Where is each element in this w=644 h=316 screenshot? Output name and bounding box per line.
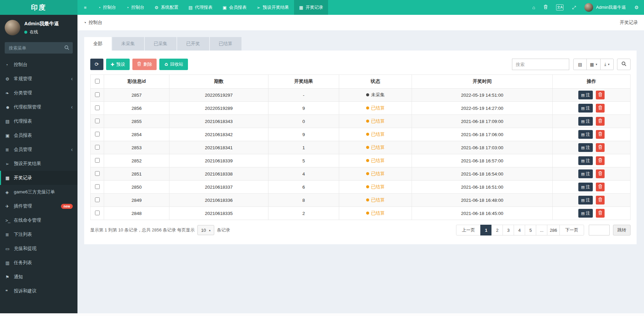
page-286-button[interactable]: 286 bbox=[547, 225, 560, 235]
note-button[interactable]: ▤注 bbox=[578, 117, 593, 126]
tab-2[interactable]: 已采集 bbox=[145, 37, 177, 51]
delete-button[interactable]: 删除 bbox=[132, 59, 157, 70]
delete-row-button[interactable] bbox=[596, 130, 605, 139]
search-button[interactable] bbox=[617, 59, 631, 70]
sidebar-toggle-button[interactable]: ≡ bbox=[77, 0, 93, 15]
sidebar-item-5[interactable]: ▣ 会员报表 ‹ bbox=[0, 128, 77, 143]
delete-row-button[interactable] bbox=[596, 169, 605, 178]
column-header[interactable]: 状态 bbox=[339, 75, 412, 89]
select-all-checkbox[interactable] bbox=[95, 79, 100, 84]
sidebar-item-10[interactable]: ✈ 插件管理 new ‹ bbox=[0, 199, 77, 213]
tab-4[interactable]: 已结算 bbox=[210, 37, 242, 51]
column-header[interactable]: 开奖结果 bbox=[268, 75, 339, 89]
page-5-button[interactable]: 5 bbox=[525, 225, 536, 235]
delete-row-button[interactable] bbox=[596, 183, 605, 191]
note-button[interactable]: ▤注 bbox=[578, 183, 593, 191]
sidebar-search-input[interactable] bbox=[5, 42, 73, 54]
app-logo[interactable]: 印度 bbox=[0, 0, 77, 15]
tab-0[interactable]: 全部 bbox=[84, 37, 111, 51]
column-header[interactable]: 彩信息id bbox=[104, 75, 169, 89]
note-button[interactable]: ▤注 bbox=[578, 169, 593, 178]
row-checkbox[interactable] bbox=[95, 211, 100, 215]
delete-row-button[interactable] bbox=[596, 104, 605, 113]
row-checkbox[interactable] bbox=[95, 197, 100, 202]
next-page-button[interactable]: 下一页 bbox=[559, 225, 584, 235]
settings-button[interactable]: ⚙ bbox=[634, 5, 639, 10]
sidebar-item-2[interactable]: ❧ 分类管理 ‹ bbox=[0, 86, 77, 100]
home-button[interactable]: ⌂ bbox=[532, 5, 535, 10]
row-checkbox[interactable] bbox=[95, 145, 100, 150]
refresh-button[interactable]: ⟳ bbox=[90, 59, 103, 70]
user-menu[interactable]: Admin我最牛逼 bbox=[584, 3, 626, 12]
row-checkbox[interactable] bbox=[95, 184, 100, 189]
row-checkbox[interactable] bbox=[95, 105, 100, 110]
tab-3[interactable]: 已开奖 bbox=[177, 37, 209, 51]
trash-button[interactable] bbox=[544, 5, 548, 10]
delete-row-button[interactable] bbox=[596, 91, 605, 99]
row-checkbox[interactable] bbox=[95, 92, 100, 97]
table-search-input[interactable] bbox=[512, 59, 569, 70]
cell-result: 2 bbox=[268, 207, 339, 220]
sidebar-item-13[interactable]: ▭ 充值和提现 ‹ bbox=[0, 242, 77, 256]
topnav-item-4[interactable]: ▣会员报表 bbox=[218, 0, 252, 15]
tab-1[interactable]: 未采集 bbox=[112, 37, 144, 51]
delete-row-button[interactable] bbox=[596, 117, 605, 126]
row-checkbox[interactable] bbox=[95, 158, 100, 163]
sidebar-item-7[interactable]: ➢ 预设开奖结果 ‹ bbox=[0, 157, 77, 171]
topnav-item-1[interactable]: ◔控制台 bbox=[121, 0, 150, 15]
sidebar-item-9[interactable]: ◈ game6三方充值订单 ‹ bbox=[0, 185, 77, 199]
note-button[interactable]: ▤注 bbox=[578, 104, 593, 113]
export-button[interactable]: ⤓▾ bbox=[600, 59, 614, 70]
column-header[interactable]: 期数 bbox=[169, 75, 268, 89]
sidebar-item-14[interactable]: ▥ 任务列表 ‹ bbox=[0, 256, 77, 270]
sidebar-item-3[interactable]: ☻ 代理权限管理 ‹ bbox=[0, 100, 77, 114]
topnav-item-2[interactable]: ⚙系统配置 bbox=[150, 0, 184, 15]
prev-page-button[interactable]: 上一页 bbox=[456, 225, 481, 235]
delete-row-button[interactable] bbox=[596, 156, 605, 165]
topnav-item-6[interactable]: ▦开奖记录 bbox=[294, 0, 328, 15]
topnav-item-0[interactable]: ◔控制台 bbox=[93, 0, 121, 15]
delete-row-button[interactable] bbox=[596, 196, 605, 204]
sidebar-item-0[interactable]: ◔ 控制台 ‹ bbox=[0, 58, 77, 72]
sidebar-item-4[interactable]: ▤ 代理报表 ‹ bbox=[0, 114, 77, 128]
recycle-bin-button[interactable]: ♻回收站 bbox=[159, 59, 188, 70]
preset-button[interactable]: ✚预设 bbox=[106, 59, 130, 70]
note-button[interactable]: ▤注 bbox=[578, 91, 593, 99]
page-2-button[interactable]: 2 bbox=[491, 225, 503, 235]
sidebar-item-15[interactable]: ⚑ 通知 ‹ bbox=[0, 270, 77, 284]
topnav-item-5[interactable]: ➢预设开奖结果 bbox=[252, 0, 294, 15]
jump-page-input[interactable] bbox=[589, 225, 610, 235]
fullscreen-button[interactable]: ⤢ bbox=[572, 5, 576, 10]
page-3-button[interactable]: 3 bbox=[503, 225, 514, 235]
row-checkbox[interactable] bbox=[95, 119, 100, 123]
delete-row-button[interactable] bbox=[596, 143, 605, 152]
column-header[interactable]: 操作 bbox=[553, 75, 631, 89]
jump-button[interactable]: 跳转 bbox=[613, 225, 631, 235]
row-checkbox[interactable] bbox=[95, 171, 100, 176]
cell-issue: 20210618337 bbox=[169, 181, 268, 194]
language-button[interactable]: 文A bbox=[556, 4, 564, 10]
page-1-button[interactable]: 1 bbox=[480, 225, 492, 235]
delete-row-button[interactable] bbox=[596, 209, 605, 218]
search-icon[interactable] bbox=[64, 45, 69, 52]
column-header[interactable]: 开奖时间 bbox=[412, 75, 553, 89]
columns-button[interactable]: ▦▾ bbox=[586, 59, 601, 70]
row-checkbox[interactable] bbox=[95, 132, 100, 136]
note-button[interactable]: ▤注 bbox=[578, 196, 593, 204]
cell-status: 已结算 bbox=[339, 128, 412, 141]
note-button[interactable]: ▤注 bbox=[578, 143, 593, 152]
note-button[interactable]: ▤注 bbox=[578, 130, 593, 139]
detail-view-button[interactable]: ▤ bbox=[573, 59, 587, 70]
breadcrumb[interactable]: ◔ 控制台 bbox=[84, 20, 102, 26]
sidebar-item-12[interactable]: ≣ 下注列表 ‹ bbox=[0, 227, 77, 242]
sidebar-item-8[interactable]: ▦ 开奖记录 ‹ bbox=[0, 171, 77, 185]
page-4-button[interactable]: 4 bbox=[514, 225, 525, 235]
sidebar-item-1[interactable]: ⚙ 常规管理 ‹ bbox=[0, 72, 77, 86]
topnav-item-3[interactable]: ▤代理报表 bbox=[183, 0, 217, 15]
sidebar-item-16[interactable]: ❝ 投诉和建议 ‹ bbox=[0, 284, 77, 298]
sidebar-item-11[interactable]: >_ 在线命令管理 ‹ bbox=[0, 213, 77, 227]
sidebar-item-6[interactable]: ≣ 会员管理 ‹ bbox=[0, 143, 77, 157]
note-button[interactable]: ▤注 bbox=[578, 156, 593, 165]
page-size-select[interactable]: 10 ▴ bbox=[197, 225, 214, 235]
note-button[interactable]: ▤注 bbox=[578, 209, 593, 218]
